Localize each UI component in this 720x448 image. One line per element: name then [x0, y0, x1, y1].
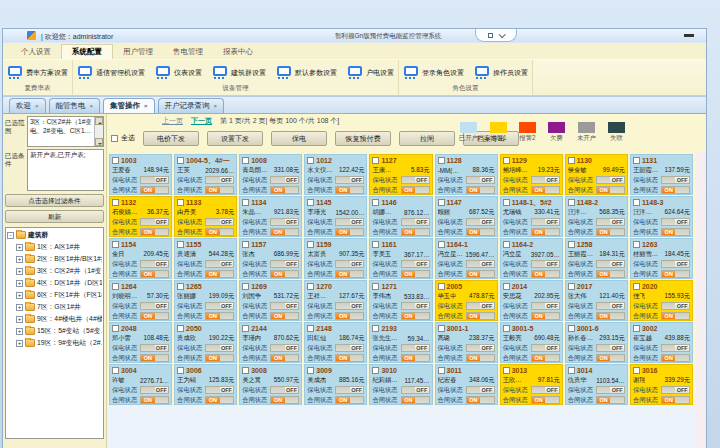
card-checkbox[interactable] — [438, 283, 445, 290]
hezha-toggle[interactable]: ON — [661, 354, 690, 362]
baodian-toggle[interactable]: OFF — [531, 386, 560, 394]
hezha-toggle[interactable]: ON — [140, 396, 169, 404]
baodian-toggle[interactable]: OFF — [466, 302, 495, 310]
hezha-toggle[interactable]: ON — [531, 186, 560, 194]
scroll-up-icon[interactable] — [95, 117, 103, 125]
baodian-toggle[interactable]: OFF — [531, 344, 560, 352]
collapse-icon[interactable]: - — [7, 232, 14, 239]
baodian-toggle[interactable]: OFF — [596, 218, 625, 226]
card-checkbox[interactable] — [307, 157, 314, 164]
ribbon-tab[interactable]: 个人设置 — [11, 45, 61, 59]
meter-card[interactable]: 1164-1 冯立星… 1596.47… 保电状态 OFF 合闸状态 ON — [435, 238, 498, 279]
baodian-toggle[interactable]: OFF — [596, 344, 625, 352]
hezha-toggle[interactable]: ON — [401, 396, 430, 404]
tree-root[interactable]: - 建筑群 — [7, 230, 102, 240]
expand-icon[interactable]: + — [16, 244, 23, 251]
hezha-toggle[interactable]: ON — [205, 354, 234, 362]
baodian-toggle[interactable]: OFF — [661, 176, 690, 184]
hezha-toggle[interactable]: ON — [596, 312, 625, 320]
hezha-toggle[interactable]: ON — [270, 354, 299, 362]
card-checkbox[interactable] — [242, 325, 249, 332]
chevron-down-icon[interactable] — [499, 31, 506, 38]
card-checkbox[interactable] — [242, 157, 249, 164]
select-all[interactable]: 全选 — [111, 133, 135, 143]
hezha-toggle[interactable]: ON — [335, 270, 364, 278]
tree-item[interactable]: + 4区：D区1#井（D区1… — [7, 278, 102, 288]
baodian-toggle[interactable]: OFF — [596, 176, 625, 184]
baodian-toggle[interactable]: OFF — [140, 344, 169, 352]
card-checkbox[interactable] — [372, 157, 379, 164]
meter-card[interactable]: 2144 李瑾内 870.62元 保电状态 OFF 合闸状态 ON — [239, 322, 302, 363]
meter-card[interactable]: 1131 王韶霞… 137.59元 保电状态 OFF 合闸状态 ON — [630, 154, 693, 195]
meter-card[interactable]: 1128 -MM(… 88.36元 保电状态 OFF 合闸状态 ON — [435, 154, 498, 195]
baodian-toggle[interactable]: OFF — [531, 176, 560, 184]
hezha-toggle[interactable]: ON — [661, 270, 690, 278]
baodian-toggle[interactable]: OFF — [270, 260, 299, 268]
customize-icon[interactable] — [488, 33, 493, 38]
hezha-toggle[interactable]: ON — [466, 228, 495, 236]
card-checkbox[interactable] — [633, 325, 640, 332]
card-checkbox[interactable] — [568, 325, 575, 332]
baodian-toggle[interactable]: OFF — [466, 176, 495, 184]
ribbon-button[interactable]: 仪表设置 — [155, 66, 202, 79]
hezha-toggle[interactable]: ON — [596, 396, 625, 404]
hezha-toggle[interactable]: ON — [466, 186, 495, 194]
hezha-toggle[interactable]: ON — [205, 228, 234, 236]
card-checkbox[interactable] — [503, 157, 510, 164]
meter-card[interactable]: 2020 佳飞 155.93元 保电状态 OFF 合闸状态 ON — [630, 280, 693, 321]
expand-icon[interactable]: + — [16, 268, 23, 275]
card-checkbox[interactable] — [633, 367, 640, 374]
hezha-toggle[interactable]: ON — [401, 186, 430, 194]
meter-card[interactable]: 1147 顾丽 687.52元 保电状态 OFF 合闸状态 ON — [435, 196, 498, 237]
meter-card[interactable]: 1264 刘晓明… 57.30元 保电状态 OFF 合闸状态 ON — [109, 280, 172, 321]
expand-icon[interactable]: + — [16, 316, 23, 323]
tree-item[interactable]: + 6区：F区1#井（F区1#… — [7, 290, 102, 300]
baodian-toggle[interactable]: OFF — [466, 386, 495, 394]
baodian-toggle[interactable]: OFF — [531, 260, 560, 268]
meter-card[interactable]: 1159 太富贵 907.35元 保电状态 OFF 合闸状态 ON — [304, 238, 367, 279]
card-checkbox[interactable] — [112, 157, 119, 164]
baodian-toggle[interactable]: OFF — [596, 302, 625, 310]
meter-card[interactable]: 3001-5 王毅亮 690.48元 保电状态 OFF 合闸状态 ON — [500, 322, 563, 363]
card-checkbox[interactable] — [503, 199, 510, 206]
baodian-toggle[interactable]: OFF — [270, 218, 299, 226]
meter-card[interactable]: 3004 许敏 2276.71… 保电状态 OFF 合闸状态 ON — [109, 364, 172, 405]
hezha-toggle[interactable]: ON — [140, 354, 169, 362]
meter-card[interactable]: 3006 王为锦 125.83元 保电状态 OFF 合闸状态 ON — [174, 364, 237, 405]
baodian-toggle[interactable]: OFF — [596, 260, 625, 268]
hezha-toggle[interactable]: ON — [401, 228, 430, 236]
ribbon-button[interactable]: 通信管理机设置 — [77, 66, 145, 79]
meter-card[interactable]: 3016 谢翔 339.29元 保电状态 OFF 合闸状态 ON — [630, 364, 693, 405]
meter-card[interactable]: 3010 纪莉娟… 117.45… 保电状态 OFF 合闸状态 ON — [369, 364, 432, 405]
baodian-toggle[interactable]: OFF — [140, 218, 169, 226]
hezha-toggle[interactable]: ON — [335, 228, 364, 236]
close-icon[interactable]: × — [90, 103, 94, 109]
hezha-toggle[interactable]: ON — [335, 186, 364, 194]
meter-card[interactable]: 1134 朱晶… 921.83元 保电状态 OFF 合闸状态 ON — [239, 196, 302, 237]
hezha-toggle[interactable]: ON — [401, 270, 430, 278]
card-checkbox[interactable] — [242, 367, 249, 374]
tree-item[interactable]: + 2区：B区1#井/B区1#井 — [7, 254, 102, 264]
meter-card[interactable]: 1161 李美玉 367.17… 保电状态 OFF 合闸状态 ON — [369, 238, 432, 279]
hezha-toggle[interactable]: ON — [140, 270, 169, 278]
tree-item[interactable]: + 19区：9#变电站（2#… — [7, 338, 102, 348]
baodian-toggle[interactable]: OFF — [531, 218, 560, 226]
meter-card[interactable]: 1164-2 冯立星 3927.05… 保电状态 OFF 合闸状态 ON — [500, 238, 563, 279]
hezha-toggle[interactable]: ON — [596, 228, 625, 236]
meter-card[interactable]: 2193 张先生… 59.34… 保电状态 OFF 合闸状态 ON — [369, 322, 432, 363]
hezha-toggle[interactable]: ON — [661, 396, 690, 404]
card-checkbox[interactable] — [242, 283, 249, 290]
card-checkbox[interactable] — [568, 199, 575, 206]
meter-card[interactable]: 1132 石俊娟… 36.37元 保电状态 OFF 合闸状态 ON — [109, 196, 172, 237]
expand-icon[interactable]: + — [16, 256, 23, 263]
tree-item[interactable]: + 7区：G区1#井 — [7, 302, 102, 312]
ribbon-tab[interactable]: 售电管理 — [163, 45, 213, 59]
meter-card[interactable]: 2005 毕玉中 478.87元 保电状态 OFF 合闸状态 ON — [435, 280, 498, 321]
baodian-toggle[interactable]: OFF — [270, 302, 299, 310]
card-checkbox[interactable] — [568, 283, 575, 290]
meter-card[interactable]: 1012 水文仪… 122.42元 保电状态 OFF 合闸状态 ON — [304, 154, 367, 195]
hezha-toggle[interactable]: ON — [205, 396, 234, 404]
tree-item[interactable]: + 1区：A区1#井 — [7, 242, 102, 252]
expand-icon[interactable]: + — [16, 292, 23, 299]
card-checkbox[interactable] — [568, 157, 575, 164]
